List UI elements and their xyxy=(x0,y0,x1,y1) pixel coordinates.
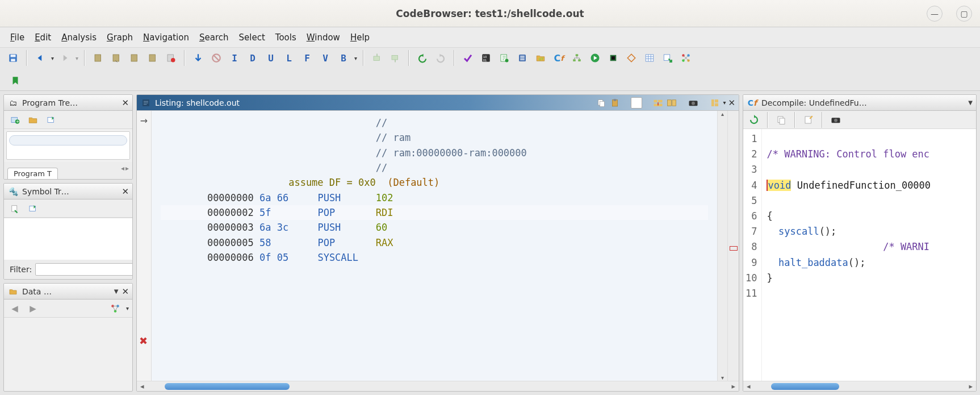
save-icon[interactable] xyxy=(6,51,20,65)
export-table-icon[interactable] xyxy=(660,51,675,65)
data-type-close[interactable]: ✕ xyxy=(122,286,129,297)
letter-B-button[interactable]: B xyxy=(336,51,351,65)
listing-paste-icon[interactable] xyxy=(609,97,621,109)
listing-hscroll[interactable]: ◂ ▸ xyxy=(137,381,739,391)
listing-title: Listing: shellcode.out xyxy=(155,98,592,107)
bookmark-icon[interactable] xyxy=(8,73,23,88)
decompile-snapshot-icon[interactable] xyxy=(828,113,843,127)
menu-tools[interactable]: Tools xyxy=(275,32,296,43)
play-icon[interactable] xyxy=(588,51,602,65)
checkmark-icon[interactable] xyxy=(460,51,475,65)
dt-back-icon[interactable]: ◀ xyxy=(7,301,22,316)
menu-search[interactable]: Search xyxy=(199,32,229,43)
graph-icon[interactable] xyxy=(679,51,693,65)
toolbar-icon-3[interactable] xyxy=(127,51,142,65)
program-tree-close[interactable]: ✕ xyxy=(122,98,129,108)
svg-text:+: + xyxy=(16,119,19,124)
program-tree-tab[interactable]: Program T xyxy=(7,168,58,179)
listing-delete-marker[interactable]: ✖ xyxy=(139,335,148,347)
window-title: CodeBrowser: test1:/shellcode.out xyxy=(396,8,584,19)
register-in-icon[interactable] xyxy=(370,51,384,65)
symbol-tree-close[interactable]: ✕ xyxy=(122,186,129,197)
listing-copy-icon[interactable] xyxy=(596,97,607,109)
pt-new-icon[interactable]: + xyxy=(7,113,22,127)
letter-I-button[interactable]: I xyxy=(227,51,242,65)
menu-help[interactable]: Help xyxy=(350,32,370,43)
menu-window[interactable]: Window xyxy=(307,32,340,43)
redo-icon[interactable] xyxy=(433,51,448,65)
chip-icon[interactable] xyxy=(606,51,621,65)
letter-V-button[interactable]: V xyxy=(318,51,333,65)
no-entry-icon[interactable] xyxy=(209,51,224,65)
diamond-icon[interactable] xyxy=(624,51,639,65)
menu-select[interactable]: Select xyxy=(238,32,265,43)
svg-rect-36 xyxy=(12,205,17,211)
toolbar-icon-1[interactable] xyxy=(91,51,106,65)
pt-open-folder-icon[interactable] xyxy=(26,113,40,127)
nav-fwd-menu[interactable]: ▾ xyxy=(76,55,78,61)
nav-back-icon[interactable] xyxy=(33,51,48,65)
dt-fwd-icon[interactable]: ▶ xyxy=(26,301,40,316)
nav-back-menu[interactable]: ▾ xyxy=(51,55,54,61)
symbol-tree-icon: 🔩 xyxy=(7,186,19,197)
decompile-refresh-icon[interactable] xyxy=(747,113,761,127)
list-icon[interactable] xyxy=(515,51,530,65)
toolbar-icon-2[interactable] xyxy=(109,51,124,65)
svg-rect-1 xyxy=(11,55,16,57)
decompile-edit-icon[interactable] xyxy=(801,113,816,127)
letter-F-button[interactable]: F xyxy=(300,51,315,65)
svg-rect-12 xyxy=(392,56,398,60)
listing-diff-icon[interactable] xyxy=(666,97,677,109)
minimize-button[interactable]: — xyxy=(927,6,943,22)
menu-edit[interactable]: Edit xyxy=(35,32,51,43)
listing-vscroll[interactable]: ▴▾ xyxy=(717,111,727,381)
st-new-icon[interactable] xyxy=(7,201,22,216)
listing-fields-icon[interactable] xyxy=(709,97,721,109)
register-out-icon[interactable] xyxy=(388,51,403,65)
decompile-menu[interactable]: ▼ xyxy=(968,99,973,106)
nav-fwd-icon[interactable] xyxy=(57,51,72,65)
binary-icon[interactable]: 1001 xyxy=(479,51,493,65)
listing-field-icon[interactable] xyxy=(652,97,664,109)
listing-cursor-icon[interactable]: ↖ xyxy=(631,97,642,109)
symbol-tree-title: Symbol Tr… xyxy=(22,187,118,196)
decompile-code[interactable]: /* WARNING: Control flow enc void Undefi… xyxy=(762,129,976,381)
listing-fields-menu[interactable]: ▾ xyxy=(723,99,726,106)
decompile-body[interactable]: 1 2 3 4 5 6 7 8 9 10 11 /* WARNING: Cont… xyxy=(743,129,976,381)
letter-B-menu[interactable]: ▾ xyxy=(354,55,357,61)
dt-graph-icon[interactable] xyxy=(108,301,123,316)
letter-D-button[interactable]: D xyxy=(245,51,260,65)
menu-navigation[interactable]: Navigation xyxy=(143,32,189,43)
undo-icon[interactable] xyxy=(415,51,430,65)
menu-analysis[interactable]: Analysis xyxy=(61,32,97,43)
table-icon[interactable] xyxy=(642,51,657,65)
letter-L-button[interactable]: L xyxy=(282,51,296,65)
script-icon[interactable] xyxy=(497,51,512,65)
menu-file[interactable]: File xyxy=(10,32,24,43)
st-refresh-icon[interactable] xyxy=(26,201,40,216)
letter-U-button[interactable]: U xyxy=(263,51,278,65)
dt-graph-menu[interactable]: ▾ xyxy=(126,305,129,311)
listing-overview[interactable] xyxy=(727,111,739,381)
tab-scroll-right[interactable]: ▸ xyxy=(125,164,129,172)
cf-icon[interactable]: Cf xyxy=(551,51,566,65)
folder-dt-icon[interactable]: DT xyxy=(533,51,548,65)
menu-graph[interactable]: Graph xyxy=(107,32,133,43)
decompile-copy-icon[interactable] xyxy=(774,113,789,127)
svg-rect-56 xyxy=(715,103,718,106)
decompile-hscroll[interactable]: ◂ ▸ xyxy=(743,381,976,391)
down-arrow-icon[interactable] xyxy=(191,51,206,65)
svg-line-10 xyxy=(213,55,220,61)
maximize-button[interactable]: ▢ xyxy=(956,6,972,22)
pt-refresh-icon[interactable] xyxy=(44,113,58,127)
listing-snapshot-icon[interactable] xyxy=(688,97,699,109)
data-type-menu[interactable]: ▼ xyxy=(114,288,119,294)
listing-code-area[interactable]: // // ram // ram:00000000-ram:000000 // … xyxy=(152,111,717,381)
symbol-filter-input[interactable] xyxy=(35,263,133,276)
toolbar-icon-4[interactable] xyxy=(145,51,160,65)
tree-icon[interactable] xyxy=(569,51,584,65)
tab-scroll-left[interactable]: ◂ xyxy=(121,164,124,172)
toolbar-config-icon[interactable] xyxy=(164,51,178,65)
listing-close[interactable]: ✕ xyxy=(728,98,735,108)
decompile-cf-icon: Cf xyxy=(747,97,758,109)
